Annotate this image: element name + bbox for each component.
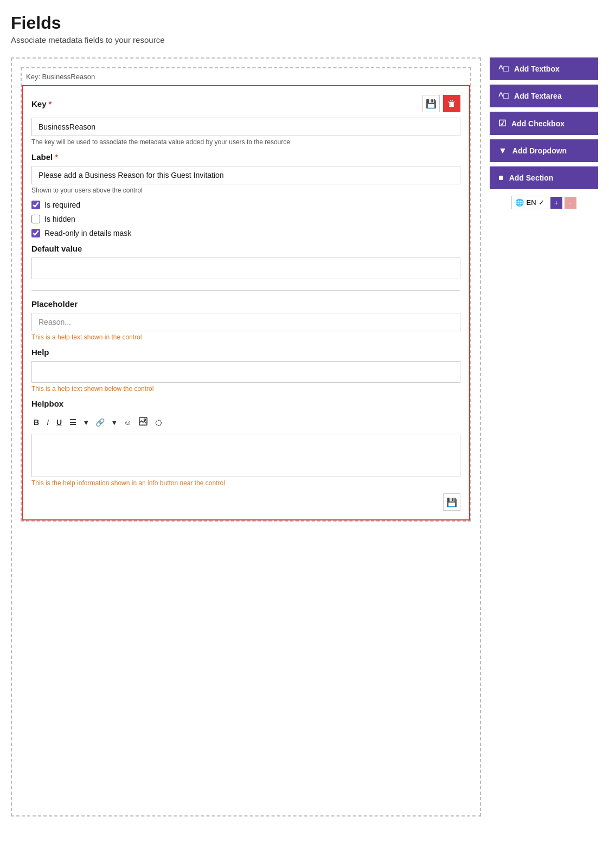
add-checkbox-button[interactable]: ☑ Add Checkbox	[490, 112, 598, 135]
placeholder-hint-text: This is a help text shown in the control	[31, 333, 460, 341]
lang-chevron-icon: ✓	[539, 198, 544, 207]
lang-minus-button[interactable]: -	[565, 197, 576, 209]
save-bottom-area: 💾	[31, 493, 460, 511]
label-field-label: Label*	[31, 152, 460, 162]
read-only-checkbox[interactable]	[31, 229, 40, 237]
dropdown-icon: ▼	[498, 146, 507, 156]
save-bottom-icon: 💾	[446, 497, 457, 507]
label-input[interactable]	[31, 166, 460, 184]
field-card-top: Key* 💾 🗑	[31, 95, 460, 112]
trash-icon: 🗑	[447, 99, 456, 108]
default-value-input[interactable]	[31, 258, 460, 279]
key-hint-text: The key will be used to associate the me…	[31, 138, 460, 146]
add-dropdown-label: Add Dropdown	[512, 146, 567, 155]
save-inline-button[interactable]: 💾	[422, 95, 440, 112]
help-input[interactable]	[31, 361, 460, 383]
add-checkbox-label: Add Checkbox	[511, 119, 565, 128]
lang-plus-button[interactable]: +	[550, 197, 562, 209]
save-icon: 💾	[426, 99, 437, 109]
divider	[31, 290, 460, 291]
is-hidden-row: Is hidden	[31, 215, 460, 223]
helpbox-editor[interactable]	[31, 434, 460, 477]
toolbar-italic-button[interactable]: I	[44, 417, 51, 428]
card-actions: 💾 🗑	[422, 95, 460, 112]
lang-select[interactable]: 🌐 EN ✓	[511, 196, 548, 209]
sidebar: ^□ Add Textbox ^□ Add Textarea ☑ Add Che…	[490, 57, 598, 209]
add-section-label: Add Section	[509, 173, 554, 182]
delete-inline-button[interactable]: 🗑	[443, 95, 460, 112]
page-subtitle: Associate metadata fields to your resour…	[11, 35, 598, 44]
read-only-label[interactable]: Read-only in details mask	[44, 229, 131, 237]
is-hidden-checkbox[interactable]	[31, 215, 40, 223]
field-card: Key* 💾 🗑 The key will be used to associa…	[22, 85, 470, 520]
add-textbox-label: Add Textbox	[514, 65, 560, 73]
add-textarea-label: Add Textarea	[514, 92, 562, 100]
field-card-header: Key: BusinessReason	[22, 70, 470, 85]
add-section-button[interactable]: ■ Add Section	[490, 166, 598, 189]
toolbar-underline-button[interactable]: U	[54, 417, 64, 428]
field-card-wrapper: Key: BusinessReason Key* 💾 🗑	[21, 67, 471, 522]
lang-row: 🌐 EN ✓ + -	[490, 196, 598, 209]
save-bottom-button[interactable]: 💾	[443, 493, 460, 511]
section-icon: ■	[498, 173, 504, 183]
toolbar-clear-button[interactable]: ◌	[153, 417, 164, 428]
add-textbox-button[interactable]: ^□ Add Textbox	[490, 57, 598, 80]
toolbar-link-chevron-button[interactable]: ▾	[110, 417, 118, 428]
required-star: *	[49, 99, 52, 108]
toolbar-link-button[interactable]: 🔗	[93, 417, 107, 428]
helpbox-label: Helpbox	[31, 399, 460, 408]
globe-icon: 🌐	[515, 198, 524, 207]
label-hint-text: Shown to your users above the control	[31, 187, 460, 194]
lang-value: EN	[526, 198, 536, 207]
svg-point-1	[144, 419, 146, 421]
placeholder-label: Placeholder	[31, 299, 460, 308]
key-input[interactable]	[31, 118, 460, 136]
add-dropdown-button[interactable]: ▼ Add Dropdown	[490, 139, 598, 162]
textarea-icon: ^□	[498, 91, 509, 101]
toolbar-list-chevron-button[interactable]: ▾	[82, 417, 90, 428]
read-only-row: Read-only in details mask	[31, 229, 460, 237]
help-label: Help	[31, 348, 460, 357]
helpbox-hint-text: This is the help information shown in an…	[31, 479, 460, 487]
is-hidden-label[interactable]: Is hidden	[44, 215, 75, 223]
help-hint-text: This is a help text shown below the cont…	[31, 385, 460, 393]
key-field-label: Key*	[31, 99, 52, 108]
checkbox-icon: ☑	[498, 118, 506, 128]
textbox-icon: ^□	[498, 64, 509, 74]
main-layout: Key: BusinessReason Key* 💾 🗑	[11, 57, 598, 816]
toolbar-image-button[interactable]	[137, 416, 150, 428]
fields-area: Key: BusinessReason Key* 💾 🗑	[11, 57, 481, 816]
is-required-label[interactable]: Is required	[44, 201, 80, 209]
add-textarea-button[interactable]: ^□ Add Textarea	[490, 85, 598, 107]
toolbar-list-button[interactable]: ☰	[67, 417, 79, 428]
placeholder-input[interactable]	[31, 313, 460, 331]
default-value-label: Default value	[31, 244, 460, 253]
toolbar-bold-button[interactable]: B	[31, 417, 41, 428]
helpbox-toolbar: B I U ☰ ▾ 🔗 ▾ ☺ ◌	[31, 413, 460, 432]
is-required-checkbox[interactable]	[31, 201, 40, 209]
page-title: Fields	[11, 13, 598, 33]
toolbar-emoji-button[interactable]: ☺	[121, 417, 133, 428]
is-required-row: Is required	[31, 201, 460, 209]
label-required-star: *	[55, 152, 58, 162]
